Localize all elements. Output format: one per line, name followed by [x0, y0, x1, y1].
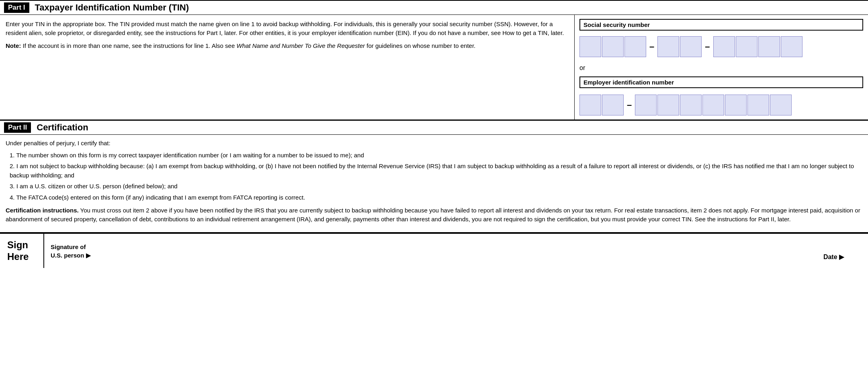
- ssn-box-3[interactable]: [624, 36, 646, 57]
- cert-item-2: 2. I am not subject to backup withholdin…: [10, 161, 862, 180]
- cert-instructions-text: You must cross out item 2 above if you h…: [6, 207, 860, 223]
- ein-box-7[interactable]: [725, 95, 747, 115]
- ssn-group3: [713, 36, 802, 57]
- ein-box-9[interactable]: [770, 95, 792, 115]
- cert-item-3: 3. I am a U.S. citizen or other U.S. per…: [10, 181, 862, 191]
- sign-here-label: SignHere: [7, 239, 29, 263]
- ein-box-3[interactable]: [635, 95, 657, 115]
- ein-boxes: –: [579, 95, 863, 115]
- ssn-box-8[interactable]: [758, 36, 780, 57]
- part1-badge: Part I: [4, 2, 29, 13]
- ein-box-6[interactable]: [702, 95, 724, 115]
- ssn-box-7[interactable]: [736, 36, 757, 57]
- us-person-label: U.S. person ▶: [51, 252, 91, 259]
- part2-title: Certification: [37, 122, 88, 133]
- cert-item-4: 4. The FATCA code(s) entered on this for…: [10, 193, 862, 202]
- ssn-box-2[interactable]: [602, 36, 624, 57]
- sign-here-box: SignHere: [0, 234, 44, 268]
- cert-list: 1. The number shown on this form is my c…: [10, 150, 862, 202]
- part2-badge: Part II: [4, 122, 31, 133]
- ein-box-1[interactable]: [579, 95, 601, 115]
- sign-section: SignHere Signature of U.S. person ▶ Date…: [0, 233, 868, 268]
- ssn-separator2: –: [703, 41, 711, 52]
- ein-box-2[interactable]: [602, 95, 624, 115]
- cert-instructions-bold: Certification instructions.: [6, 207, 79, 214]
- ssn-box-6[interactable]: [713, 36, 735, 57]
- date-label: Date ▶: [823, 253, 844, 261]
- part1-text1: Enter your TIN in the appropriate box. T…: [6, 20, 569, 37]
- cert-item-1: 1. The number shown on this form is my c…: [10, 150, 862, 160]
- sign-content: Signature of U.S. person ▶ Date ▶: [44, 234, 868, 268]
- part1-title: Taxpayer Identification Number (TIN): [35, 2, 189, 13]
- ein-box-4[interactable]: [657, 95, 679, 115]
- ssn-boxes: – –: [579, 36, 863, 57]
- part1-body: Enter your TIN in the appropriate box. T…: [0, 15, 868, 120]
- part1-header: Part I Taxpayer Identification Number (T…: [0, 1, 868, 15]
- ein-box-5[interactable]: [680, 95, 702, 115]
- part1-text2: Note: If the account is in more than one…: [6, 41, 569, 50]
- part1-right: Social security number – –: [575, 15, 868, 120]
- cert-intro: Under penalties of perjury, I certify th…: [6, 139, 862, 148]
- signature-label: Signature of U.S. person ▶: [51, 243, 91, 260]
- part2-header: Part II Certification: [0, 120, 868, 135]
- ssn-label: Social security number: [579, 19, 863, 31]
- ein-separator: –: [625, 100, 633, 110]
- or-text: or: [579, 64, 863, 72]
- page-container: Part I Taxpayer Identification Number (T…: [0, 0, 868, 268]
- ssn-box-5[interactable]: [680, 36, 702, 57]
- ein-box-8[interactable]: [747, 95, 769, 115]
- ssn-box-1[interactable]: [579, 36, 601, 57]
- cert-instructions: Certification instructions. You must cro…: [6, 206, 862, 224]
- ssn-group2: [657, 36, 702, 57]
- ssn-box-4[interactable]: [657, 36, 679, 57]
- part1-left: Enter your TIN in the appropriate box. T…: [0, 15, 575, 120]
- ssn-box-9[interactable]: [781, 36, 802, 57]
- ein-group1: [579, 95, 624, 115]
- ssn-separator1: –: [648, 41, 656, 52]
- ssn-group1: [579, 36, 646, 57]
- ein-group2: [635, 95, 792, 115]
- part2-body: Under penalties of perjury, I certify th…: [0, 135, 868, 233]
- ein-label: Employer identification number: [579, 76, 863, 88]
